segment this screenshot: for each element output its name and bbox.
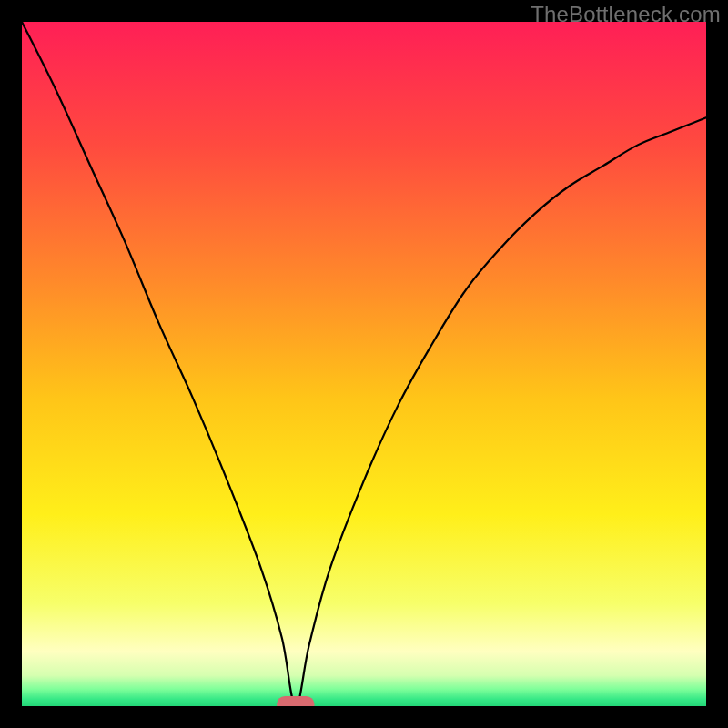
- watermark-text: TheBottleneck.com: [531, 2, 721, 27]
- chart-plot: [22, 22, 706, 706]
- plot-background: [22, 22, 706, 706]
- chart-frame: [22, 22, 706, 706]
- min-marker: [277, 696, 314, 706]
